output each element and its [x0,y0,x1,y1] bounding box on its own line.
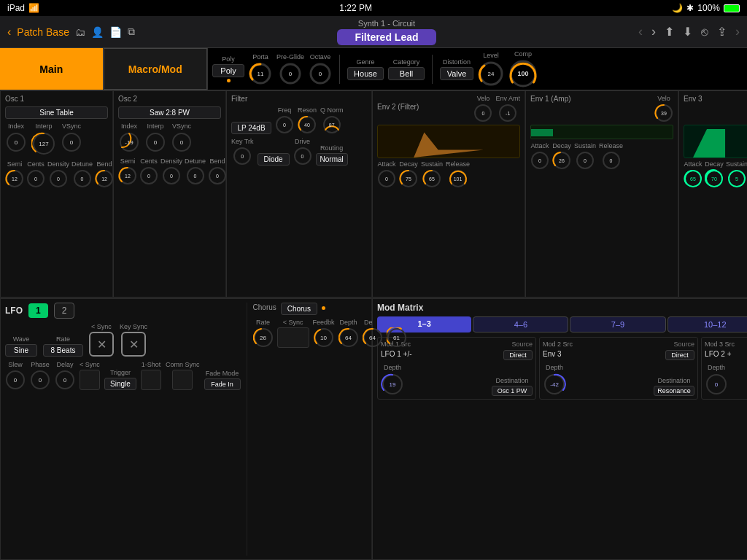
osc2-vsync[interactable]: 0 [180,139,183,146]
back-label[interactable]: Patch Base [17,26,69,38]
osc2-index[interactable]: -19 [125,139,133,146]
preglide-value[interactable]: 0 [289,70,292,77]
patch-name[interactable]: Filtered Lead [337,29,436,45]
left-arrow-icon[interactable]: ‹ [638,24,643,39]
chorus-title: Chorus [253,303,276,311]
folder-icon[interactable]: 🗂 [75,26,85,38]
octave-label: Octave [310,53,331,61]
user-icon[interactable]: 👤 [91,26,104,38]
osc2-type[interactable]: Saw 2:8 PW [118,106,221,119]
doc-icon[interactable]: 📄 [109,26,122,38]
tab-main[interactable]: Main [0,48,104,90]
lfo-wave[interactable]: Sine [5,344,37,357]
category-label: Category [393,58,420,66]
osc1-index[interactable]: 0 [15,139,18,146]
category-value[interactable]: Bell [388,67,425,80]
distortion-label: Distortion [443,58,471,66]
lfo-trigger[interactable]: Single [104,378,136,390]
osc2-interp[interactable]: 0 [154,139,157,146]
keysync-label: Key Sync [120,323,147,330]
mod2-src2: Env 3 [543,350,562,360]
distortion-value[interactable]: Valve [440,67,473,80]
lfo-btn-1[interactable]: 1 [28,303,48,318]
porta-label: Porta [252,53,268,61]
lfo-rate[interactable]: 8 Beats [43,344,83,357]
modmatrix-tab-10-12[interactable]: 10–12 [667,316,747,332]
lfo-comnsync[interactable] [172,370,193,390]
battery-icon [724,4,740,12]
filter-routing[interactable]: Normal [316,153,348,166]
share-icon[interactable]: ⎋ [701,26,708,39]
back-arrow[interactable]: ‹ [7,26,11,39]
osc1-type[interactable]: Sine Table [5,106,108,119]
mod3-src2: LFO 2 + [705,350,731,360]
modmatrix-title: Mod Matrix [377,303,423,313]
env3-title: Env 3 [684,95,703,119]
octave-value[interactable]: 0 [319,70,322,77]
modmatrix-tab-7-9[interactable]: 7–9 [570,316,665,332]
filter-drive-type[interactable]: Diode [258,153,290,166]
lfo-btn-2[interactable]: 2 [54,303,75,319]
comp-value[interactable]: 100 [518,70,529,77]
filter-title: Filter [231,95,367,103]
preglide-label: Pre-Glide [276,53,304,61]
chorus-type[interactable]: Chorus [281,303,317,315]
svg-marker-28 [414,133,484,158]
modmatrix-tab-4-6[interactable]: 4–6 [473,316,568,332]
time-display: 1:22 PM [339,3,372,13]
osc1-title: Osc 1 [5,95,108,103]
mod1-src2: LFO 1 +/- [381,350,412,360]
bluetooth-icon: ✱ [686,3,694,13]
genre-value[interactable]: House [347,67,384,80]
poly-label: Poly [222,55,235,63]
comp-label: Comp [514,50,532,58]
osc1-interp[interactable]: 127 [39,141,48,147]
level-value[interactable]: 24 [488,70,495,77]
svg-rect-34 [531,129,553,136]
share2-icon[interactable]: ⇪ [717,25,727,39]
filter-type[interactable]: LP 24dB [231,122,271,134]
porta-value[interactable]: 11 [258,70,264,77]
mod3-src-label: Mod 3 Src [705,341,735,348]
status-bar: iPad 📶 1:22 PM 🌙 ✱ 100% [0,0,747,16]
upload-icon[interactable]: ⬆ [665,25,674,39]
lfo-fademode[interactable]: Fade In [204,378,241,390]
moon-icon: 🌙 [672,3,683,13]
download-icon[interactable]: ⬇ [683,25,692,39]
lfo-sync2[interactable] [80,370,100,390]
wifi-icon: 📶 [28,3,39,13]
osc1-vsync[interactable]: 0 [70,139,73,146]
poly-value[interactable]: Poly [212,64,244,77]
copy-icon[interactable]: ⧉ [128,26,135,38]
battery-label: 100% [697,3,720,13]
mod2-src-label: Mod 2 Src [543,341,573,348]
tab-macromod[interactable]: Macro/Mod [104,48,208,90]
sync-label: < Sync [91,323,112,330]
synth-name: Synth 1 - Circuit [337,19,436,28]
lfo-keysync-btn[interactable]: ✕ [121,332,146,357]
mod2-dest[interactable]: Resonance [654,386,694,396]
right-arrow-icon[interactable]: › [651,24,656,39]
lfo-title: LFO [5,306,23,316]
nav-bar: ‹ Patch Base 🗂 👤 📄 ⧉ Synth 1 - Circuit F… [0,16,747,48]
lfo-sync-btn[interactable]: ✕ [89,332,114,357]
app-container: iPad 📶 1:22 PM 🌙 ✱ 100% ‹ Patch Base 🗂 👤… [0,0,747,560]
mod1-dest[interactable]: Osc 1 PW [492,386,533,396]
mod1-direct[interactable]: Direct [503,350,533,360]
osc2-title: Osc 2 [118,95,221,103]
env2-title: Env 2 (Filter) [377,103,419,111]
genre-label: Genre [357,58,375,66]
forward-arrow[interactable]: › [735,24,740,39]
mod2-direct[interactable]: Direct [665,350,694,360]
svg-marker-40 [692,129,725,158]
level-label: Level [483,52,499,59]
device-label: iPad [7,3,25,13]
lfo-oneshot[interactable] [141,370,161,390]
env1-title: Env 1 (Amp) [530,95,571,119]
chorus-sync[interactable] [277,327,309,348]
